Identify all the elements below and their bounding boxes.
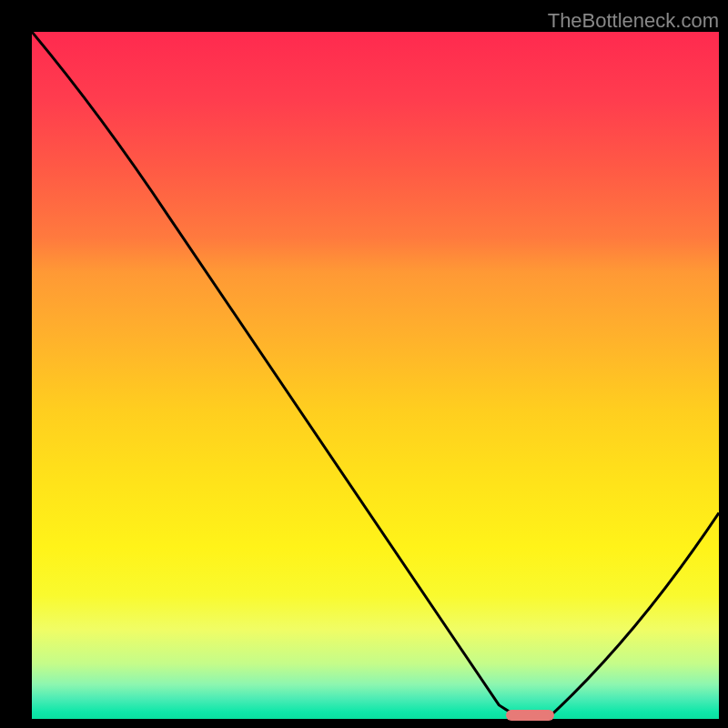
bottleneck-curve: [32, 32, 719, 719]
gradient-background: [32, 32, 719, 719]
chart-area: [32, 32, 719, 719]
watermark-text: TheBottleneck.com: [548, 9, 719, 33]
optimal-marker: [506, 710, 554, 721]
